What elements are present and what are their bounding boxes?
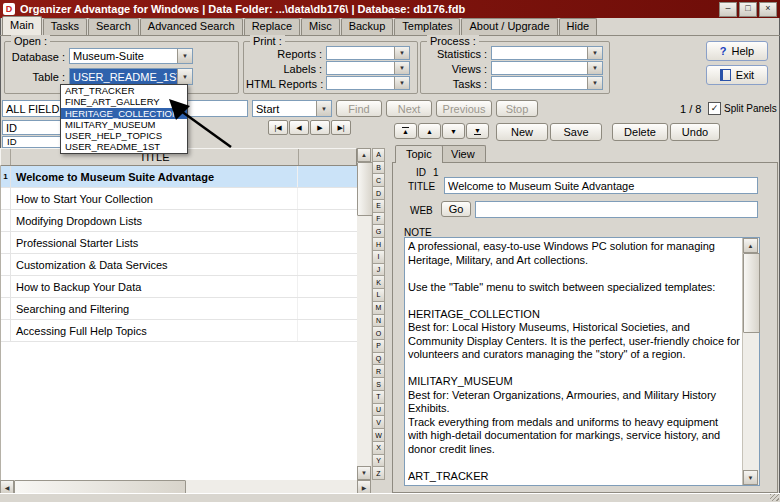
previous-button[interactable]: Previous (436, 100, 492, 117)
alphabet-button[interactable]: O (372, 327, 385, 340)
scroll-up-icon[interactable]: ▲ (743, 238, 758, 253)
go-bottom-record-button[interactable]: ▼ (466, 123, 489, 139)
help-button[interactable]: ? Help (706, 41, 768, 61)
go-button[interactable]: Go (441, 201, 471, 217)
alphabet-button[interactable]: D (372, 187, 385, 200)
alphabet-button[interactable]: J (372, 264, 385, 277)
undo-button[interactable]: Undo (670, 123, 720, 141)
alphabet-button[interactable]: E (372, 200, 385, 213)
tab-about-upgrade[interactable]: About / Upgrade (461, 18, 557, 35)
reports-combobox[interactable]: ▼ (326, 46, 410, 60)
chevron-down-icon[interactable]: ▼ (394, 47, 409, 59)
tab-backup[interactable]: Backup (341, 18, 394, 35)
stop-button[interactable]: Stop (496, 100, 538, 117)
chevron-down-icon[interactable]: ▼ (177, 49, 192, 63)
note-scrollbar[interactable]: ▲ ▼ (742, 238, 759, 485)
minimize-button[interactable]: – (719, 2, 737, 17)
resize-grip[interactable] (770, 494, 779, 501)
scroll-right-icon[interactable]: ▶ (357, 480, 371, 494)
scrollbar-thumb[interactable] (357, 162, 373, 216)
exit-button[interactable]: Exit (706, 65, 768, 85)
alphabet-button[interactable]: V (372, 416, 385, 429)
chevron-down-icon[interactable]: ▼ (394, 77, 409, 89)
database-combobox[interactable]: Museum-Suite ▼ (69, 48, 193, 64)
find-button[interactable]: Find (336, 100, 382, 117)
alphabet-button[interactable]: X (372, 442, 385, 455)
tab-hide[interactable]: Hide (559, 18, 598, 35)
scroll-down-icon[interactable]: ▼ (743, 470, 758, 485)
tab-topic[interactable]: Topic (395, 145, 443, 163)
go-top-record-button[interactable]: ▲ (394, 123, 417, 139)
first-record-button[interactable]: |◀ (268, 120, 288, 135)
alphabet-button[interactable]: L (372, 289, 385, 302)
alphabet-button[interactable]: T (372, 391, 385, 404)
next-button[interactable]: Next (386, 100, 432, 117)
alphabet-button[interactable]: F (372, 213, 385, 226)
alphabet-button[interactable]: K (372, 276, 385, 289)
tab-advanced-search[interactable]: Advanced Search (140, 18, 243, 35)
scroll-down-icon[interactable]: ▼ (357, 466, 371, 480)
alphabet-button[interactable]: S (372, 378, 385, 391)
list-item[interactable]: Modifying Dropdown Lists (1, 210, 357, 232)
views-combobox[interactable]: ▼ (491, 61, 603, 75)
alphabet-button[interactable]: U (372, 404, 385, 417)
new-button[interactable]: New (496, 123, 548, 141)
tab-templates[interactable]: Templates (394, 18, 460, 35)
labels-combobox[interactable]: ▼ (326, 61, 410, 75)
note-field[interactable]: A professional, easy-to-use Windows PC s… (404, 237, 760, 486)
list-item[interactable]: Professional Starter Lists (1, 232, 357, 254)
alphabet-button[interactable]: P (372, 340, 385, 353)
chevron-down-icon[interactable]: ▼ (394, 62, 409, 74)
chevron-down-icon[interactable]: ▼ (177, 69, 192, 84)
web-field[interactable] (475, 201, 758, 218)
alphabet-button[interactable]: C (372, 174, 385, 187)
statistics-combobox[interactable]: ▼ (491, 46, 603, 60)
alphabet-button[interactable]: R (372, 365, 385, 378)
alphabet-button[interactable]: W (372, 429, 385, 442)
maximize-button[interactable]: □ (739, 2, 757, 17)
tab-replace[interactable]: Replace (244, 18, 300, 35)
record-down-button[interactable]: ▼ (442, 123, 465, 139)
scrollbar-thumb[interactable] (743, 253, 760, 333)
scroll-up-icon[interactable]: ▲ (357, 148, 371, 162)
alphabet-button[interactable]: N (372, 315, 385, 328)
close-button[interactable]: × (759, 2, 777, 17)
record-up-button[interactable]: ▲ (418, 123, 441, 139)
chevron-down-icon[interactable]: ▼ (316, 101, 331, 116)
next-record-button[interactable]: ▶ (310, 120, 330, 135)
tab-main[interactable]: Main (2, 16, 42, 35)
alphabet-button[interactable]: B (372, 162, 385, 175)
alphabet-button[interactable]: G (372, 225, 385, 238)
match-mode-combobox[interactable]: Start ▼ (252, 100, 332, 117)
save-button[interactable]: Save (550, 123, 602, 141)
chevron-down-icon[interactable]: ▼ (587, 62, 602, 74)
list-horizontal-scrollbar[interactable]: ◀ ▶ (0, 480, 371, 494)
list-item-selected[interactable]: 1 Welcome to Museum Suite Advantage (1, 166, 357, 188)
list-item[interactable]: Accessing Full Help Topics (1, 320, 357, 342)
list-item[interactable]: Customization & Data Services (1, 254, 357, 276)
list-item[interactable]: Searching and Filtering (1, 298, 357, 320)
checkbox-check-icon[interactable]: ✓ (708, 102, 721, 115)
tab-tasks[interactable]: Tasks (43, 18, 87, 35)
last-record-button[interactable]: ▶| (331, 120, 351, 135)
alphabet-button[interactable]: H (372, 238, 385, 251)
alphabet-button[interactable]: Y (372, 455, 385, 468)
list-item[interactable]: How to Backup Your Data (1, 276, 357, 298)
alphabet-button[interactable]: A (372, 148, 385, 162)
alphabet-button[interactable]: Q (372, 353, 385, 366)
list-vertical-scrollbar[interactable]: ▲ ▼ (357, 148, 371, 480)
chevron-down-icon[interactable]: ▼ (587, 47, 602, 59)
delete-button[interactable]: Delete (612, 123, 668, 141)
tab-view[interactable]: View (440, 145, 486, 162)
tasks-combobox[interactable]: ▼ (491, 76, 603, 90)
html-reports-combobox[interactable]: ▼ (326, 76, 410, 90)
title-field[interactable] (444, 177, 758, 194)
alphabet-button[interactable]: I (372, 251, 385, 264)
alphabet-button[interactable]: Z (372, 467, 385, 480)
tab-misc[interactable]: Misc (301, 18, 340, 35)
chevron-down-icon[interactable]: ▼ (587, 77, 602, 89)
table-combobox[interactable]: USER_README_1ST ▼ (69, 68, 193, 85)
tab-search[interactable]: Search (88, 18, 139, 35)
scroll-left-icon[interactable]: ◀ (0, 480, 14, 494)
alphabet-button[interactable]: M (372, 302, 385, 315)
